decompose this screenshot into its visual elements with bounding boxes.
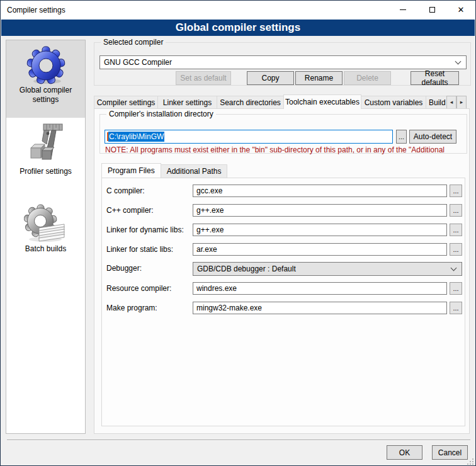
delete-button[interactable]: Delete <box>344 71 391 85</box>
dialog-banner: Global compiler settings <box>1 20 475 36</box>
cancel-button[interactable]: Cancel <box>432 445 468 460</box>
sidebar-item-batch-builds[interactable]: Batch builds <box>6 204 85 262</box>
compiler-select-value: GNU GCC Compiler <box>100 58 456 67</box>
sidebar-item-profiler-settings[interactable]: Profiler settings <box>6 120 85 188</box>
make-program-label: Make program: <box>106 302 157 314</box>
maximize-icon <box>429 7 435 13</box>
tab-toolchain-executables[interactable]: Toolchain executables <box>283 94 361 109</box>
tab-custom-variables[interactable]: Custom variables <box>361 96 426 109</box>
sidebar-item-label: Profiler settings <box>16 167 76 176</box>
tab-scroll-right-button[interactable]: ▸ <box>456 96 467 109</box>
close-icon: ✕ <box>458 6 465 14</box>
linker-static-input[interactable] <box>193 243 447 256</box>
gray-gear-stack-icon <box>24 204 68 244</box>
linker-static-label: Linker for static libs: <box>106 243 173 256</box>
copy-button[interactable]: Copy <box>247 71 294 85</box>
ok-button[interactable]: OK <box>387 445 422 460</box>
tab-search-directories[interactable]: Search directories <box>217 96 284 109</box>
set-as-default-button[interactable]: Set as default <box>176 71 231 85</box>
chevron-down-icon <box>451 265 457 271</box>
installation-directory-group: Compiler's installation directory C:\ray… <box>99 114 467 154</box>
tab-build-options[interactable]: Build <box>426 96 447 109</box>
cpp-compiler-label: C++ compiler: <box>106 204 154 217</box>
sidebar-item-label: Global compiler settings <box>6 86 85 105</box>
linker-dynamic-input[interactable] <box>193 224 447 236</box>
program-files-page: C compiler: ... C++ compiler: ... Linker… <box>101 178 465 426</box>
linker-dynamic-label: Linker for dynamic libs: <box>106 224 184 236</box>
selected-compiler-group: Selected compiler GNU GCC Compiler Set a… <box>94 42 471 86</box>
resource-compiler-row: Resource compiler: ... <box>102 282 465 296</box>
resource-compiler-browse-button[interactable]: ... <box>450 282 462 295</box>
c-compiler-label: C compiler: <box>106 185 145 197</box>
footer-separator <box>7 440 470 441</box>
maximize-button[interactable] <box>417 1 446 19</box>
cpp-compiler-row: C++ compiler: ... <box>102 204 465 218</box>
program-files-tab-bar: Program Files Additional Paths <box>101 164 227 178</box>
resource-compiler-input[interactable] <box>193 282 447 295</box>
make-program-input[interactable] <box>193 302 447 314</box>
chevron-down-icon <box>455 59 462 65</box>
debugger-select[interactable]: GDB/CDB debugger : Default <box>193 262 462 276</box>
resource-compiler-label: Resource compiler: <box>106 282 171 295</box>
linker-static-row: Linker for static libs: ... <box>102 243 465 257</box>
compiler-select[interactable]: GNU GCC Compiler <box>99 55 467 69</box>
tab-linker-settings[interactable]: Linker settings <box>157 96 217 109</box>
minimize-button[interactable] <box>388 1 417 19</box>
debugger-row: Debugger: GDB/CDB debugger : Default <box>102 262 465 276</box>
minimize-icon <box>400 9 406 10</box>
cpp-compiler-input[interactable] <box>193 204 447 217</box>
note-text: NOTE: All programs must exist either in … <box>105 145 467 154</box>
installation-directory-value: C:\raylib\MinGW <box>108 132 164 142</box>
rename-button[interactable]: Rename <box>295 71 343 85</box>
resize-grip[interactable] <box>467 458 473 465</box>
tab-scroll-left-button[interactable]: ◂ <box>446 96 456 109</box>
sidebar-item-global-compiler-settings[interactable]: Global compiler settings <box>6 40 85 118</box>
dialog-body: Global compiler settings Profiler settin… <box>1 36 475 466</box>
tab-compiler-settings[interactable]: Compiler settings <box>94 96 158 109</box>
reset-defaults-button[interactable]: Reset defaults <box>411 71 459 85</box>
browse-directory-button[interactable]: ... <box>396 130 407 144</box>
make-program-row: Make program: ... <box>102 302 465 315</box>
linker-dynamic-browse-button[interactable]: ... <box>450 224 462 236</box>
tab-program-files[interactable]: Program Files <box>101 163 161 178</box>
auto-detect-button[interactable]: Auto-detect <box>409 130 456 144</box>
toolchain-executables-page: Compiler's installation directory C:\ray… <box>94 108 470 434</box>
linker-static-browse-button[interactable]: ... <box>450 243 462 256</box>
sidebar-item-label: Batch builds <box>21 244 70 254</box>
c-compiler-browse-button[interactable]: ... <box>450 185 462 197</box>
settings-tab-bar: Compiler settings Linker settings Search… <box>94 95 467 109</box>
blue-gear-icon <box>26 45 66 86</box>
compiler-settings-dialog: Compiler settings ✕ Global compiler sett… <box>0 0 476 466</box>
selected-compiler-legend: Selected compiler <box>101 38 166 47</box>
tab-additional-paths[interactable]: Additional Paths <box>161 164 228 178</box>
c-compiler-row: C compiler: ... <box>102 185 465 198</box>
debugger-select-value: GDB/CDB debugger : Default <box>193 264 451 273</box>
caliper-blocks-icon <box>26 122 66 167</box>
window-title: Compiler settings <box>7 6 65 14</box>
sidebar: Global compiler settings Profiler settin… <box>6 40 86 434</box>
debugger-label: Debugger: <box>106 262 142 275</box>
cpp-compiler-browse-button[interactable]: ... <box>450 204 462 217</box>
title-bar: Compiler settings ✕ <box>1 1 475 20</box>
linker-dynamic-row: Linker for dynamic libs: ... <box>102 224 465 237</box>
c-compiler-input[interactable] <box>193 185 447 197</box>
make-program-browse-button[interactable]: ... <box>450 302 462 314</box>
installation-directory-legend: Compiler's installation directory <box>106 110 216 118</box>
close-button[interactable]: ✕ <box>446 1 475 19</box>
installation-directory-input[interactable]: C:\raylib\MinGW <box>105 130 393 144</box>
